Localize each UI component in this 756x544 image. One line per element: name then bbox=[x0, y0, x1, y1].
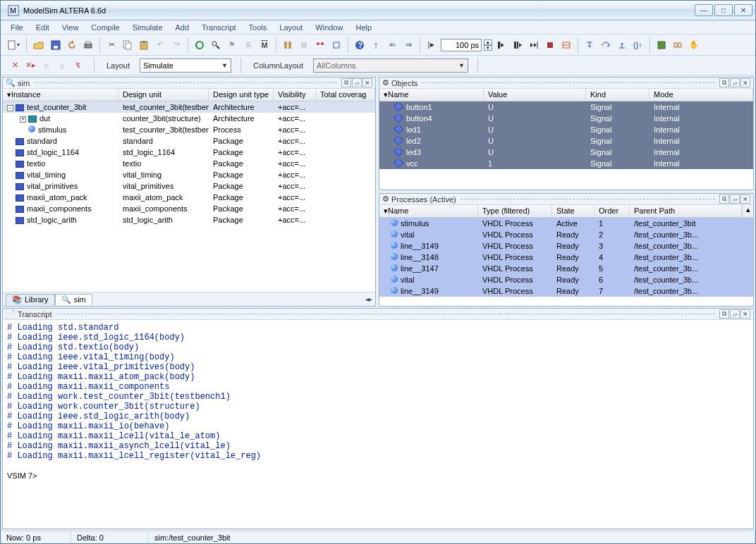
obj-col-value[interactable]: Value bbox=[484, 89, 586, 101]
menu-add[interactable]: Add bbox=[170, 22, 195, 33]
copy-button[interactable] bbox=[121, 37, 135, 53]
open-button[interactable] bbox=[31, 37, 47, 53]
find-button[interactable] bbox=[209, 37, 223, 53]
sim-row[interactable]: maxii_componentsmaxii_componentsPackage+… bbox=[3, 203, 375, 214]
hand-button[interactable]: ✋ bbox=[687, 37, 701, 53]
restart-button[interactable] bbox=[654, 37, 669, 53]
obj-col-mode[interactable]: Mode bbox=[650, 89, 753, 101]
reload-button[interactable] bbox=[65, 37, 79, 53]
tb2-btn2[interactable]: ✕▸ bbox=[23, 58, 38, 73]
tr-dock-button[interactable]: ⧉ bbox=[719, 309, 729, 319]
run-continue-button[interactable] bbox=[511, 37, 525, 53]
redo-button[interactable]: ↷ bbox=[169, 37, 183, 53]
process-row[interactable]: line__3149VHDL ProcessReady7/test_counte… bbox=[379, 285, 753, 297]
proc-max-button[interactable]: ▱ bbox=[730, 194, 740, 204]
tb2-btn5[interactable]: ↯ bbox=[71, 58, 85, 73]
stop-button[interactable] bbox=[543, 37, 557, 53]
menu-tools[interactable]: Tools bbox=[243, 22, 273, 33]
compile-all-button[interactable] bbox=[193, 37, 207, 53]
obj-max-button[interactable]: ▱ bbox=[730, 78, 740, 87]
object-row[interactable]: led3USignalInternal bbox=[379, 147, 753, 158]
object-row[interactable]: led1USignalInternal bbox=[379, 124, 753, 135]
objects-list[interactable]: button1USignalInternalbutton4USignalInte… bbox=[379, 101, 753, 190]
m-button[interactable]: M bbox=[257, 37, 272, 53]
sim-row[interactable]: textiotextioPackage+acc=... bbox=[3, 158, 375, 169]
compile-sel-button[interactable] bbox=[297, 37, 311, 53]
tb2-btn3[interactable]: ⎌ bbox=[39, 58, 54, 73]
goto-button[interactable]: ⎘ bbox=[241, 37, 255, 53]
sim-row[interactable]: +dutcounter_3bit(structure)Architecture+… bbox=[3, 113, 375, 124]
sim-close-button[interactable]: ✕ bbox=[362, 78, 372, 87]
sim-tree[interactable]: -test_counter_3bittest_counter_3bit(test… bbox=[3, 101, 375, 292]
obj-col-kind[interactable]: Kind bbox=[586, 89, 650, 101]
menu-help[interactable]: Help bbox=[350, 22, 377, 33]
processes-list[interactable]: stimulusVHDL ProcessActive1/test_counter… bbox=[379, 218, 753, 306]
sim-max-button[interactable]: ▱ bbox=[352, 78, 362, 87]
tab-library[interactable]: 📚Library bbox=[6, 294, 55, 305]
run-to-button[interactable] bbox=[425, 37, 439, 53]
help-button[interactable]: ? bbox=[353, 37, 367, 53]
up-button[interactable]: ↑ bbox=[369, 37, 383, 53]
sim-row[interactable]: vital_timingvital_timingPackage+acc=... bbox=[3, 169, 375, 180]
step-return-button[interactable]: {}↑ bbox=[631, 37, 645, 53]
proc-dock-button[interactable]: ⧉ bbox=[719, 194, 729, 204]
sim-row[interactable]: std_logic_1164std_logic_1164Package+acc=… bbox=[3, 147, 375, 158]
layout-dropdown[interactable]: Simulate▼ bbox=[140, 58, 231, 73]
run-all-button[interactable] bbox=[527, 37, 541, 53]
break-button[interactable] bbox=[313, 37, 327, 53]
menu-edit[interactable]: Edit bbox=[30, 22, 55, 33]
object-row[interactable]: led2USignalInternal bbox=[379, 135, 753, 147]
proc-col-parent[interactable]: Parent Path bbox=[630, 205, 742, 217]
sim-dock-button[interactable]: ⧉ bbox=[341, 78, 351, 87]
run-button[interactable] bbox=[494, 37, 508, 53]
sim-row[interactable]: standardstandardPackage+acc=... bbox=[3, 135, 375, 147]
sim-col-vis[interactable]: Visibility bbox=[274, 89, 316, 101]
menu-transcript[interactable]: Transcript bbox=[196, 22, 242, 33]
dataflow-button[interactable] bbox=[671, 37, 685, 53]
proc-close-button[interactable]: ✕ bbox=[740, 194, 750, 204]
simulate-button[interactable] bbox=[329, 37, 343, 53]
tab-sim[interactable]: 🔍sim bbox=[55, 294, 92, 305]
sim-row[interactable]: maxii_atom_packmaxii_atom_packPackage+ac… bbox=[3, 192, 375, 203]
proc-col-state[interactable]: State bbox=[552, 205, 595, 217]
forward-button[interactable]: ⇒ bbox=[401, 37, 415, 53]
step-out-button[interactable] bbox=[615, 37, 629, 53]
object-row[interactable]: button1USignalInternal bbox=[379, 101, 753, 113]
obj-col-name[interactable]: ▾Name bbox=[379, 89, 484, 101]
process-row[interactable]: line__3148VHDL ProcessReady4/test_counte… bbox=[379, 252, 753, 263]
proc-col-name[interactable]: ▾Name bbox=[379, 205, 478, 217]
cut-button[interactable]: ✂ bbox=[104, 37, 118, 53]
process-row[interactable]: line__3147VHDL ProcessReady5/test_counte… bbox=[379, 263, 753, 274]
sim-col-cov[interactable]: Total coverag bbox=[316, 89, 375, 101]
tr-max-button[interactable]: ▱ bbox=[730, 309, 740, 319]
sim-col-dut[interactable]: Design unit type bbox=[209, 89, 274, 101]
process-row[interactable]: vitalVHDL ProcessReady6/test_counter_3b.… bbox=[379, 274, 753, 285]
proc-col-order[interactable]: Order bbox=[595, 205, 630, 217]
menu-simulate[interactable]: Simulate bbox=[127, 22, 169, 33]
menu-layout[interactable]: Layout bbox=[274, 22, 308, 33]
toggle-bookmark-button[interactable]: ⚑ bbox=[225, 37, 239, 53]
run-time-input[interactable] bbox=[441, 39, 482, 51]
tb2-btn1[interactable]: ✕ bbox=[8, 58, 22, 73]
sim-row[interactable]: stimulustest_counter_3bit(testbench1)Pro… bbox=[3, 124, 375, 135]
transcript-output[interactable]: # Loading std.standard # Loading ieee.st… bbox=[3, 320, 753, 528]
tb2-btn4[interactable]: ⎌ bbox=[55, 58, 69, 73]
undo-button[interactable]: ↶ bbox=[153, 37, 167, 53]
menu-compile[interactable]: Compile bbox=[85, 22, 125, 33]
menu-view[interactable]: View bbox=[56, 22, 85, 33]
sim-row[interactable]: std_logic_arithstd_logic_arithPackage+ac… bbox=[3, 214, 375, 225]
back-button[interactable]: ⇐ bbox=[385, 37, 399, 53]
step-into-button[interactable] bbox=[583, 37, 597, 53]
paste-button[interactable] bbox=[137, 37, 151, 53]
wave-toggle-button[interactable] bbox=[559, 37, 573, 53]
time-spinner[interactable]: ▴▾ bbox=[484, 39, 492, 51]
sim-row[interactable]: -test_counter_3bittest_counter_3bit(test… bbox=[3, 101, 375, 113]
proc-col-type[interactable]: Type (filtered) bbox=[478, 205, 552, 217]
print-button[interactable] bbox=[81, 37, 95, 53]
process-row[interactable]: line__3149VHDL ProcessReady3/test_counte… bbox=[379, 240, 753, 252]
obj-dock-button[interactable]: ⧉ bbox=[719, 78, 729, 87]
process-row[interactable]: stimulusVHDL ProcessActive1/test_counter… bbox=[379, 218, 753, 229]
menu-window[interactable]: Window bbox=[310, 22, 348, 33]
compile-button[interactable] bbox=[281, 37, 295, 53]
sim-col-du[interactable]: Design unit bbox=[118, 89, 209, 101]
